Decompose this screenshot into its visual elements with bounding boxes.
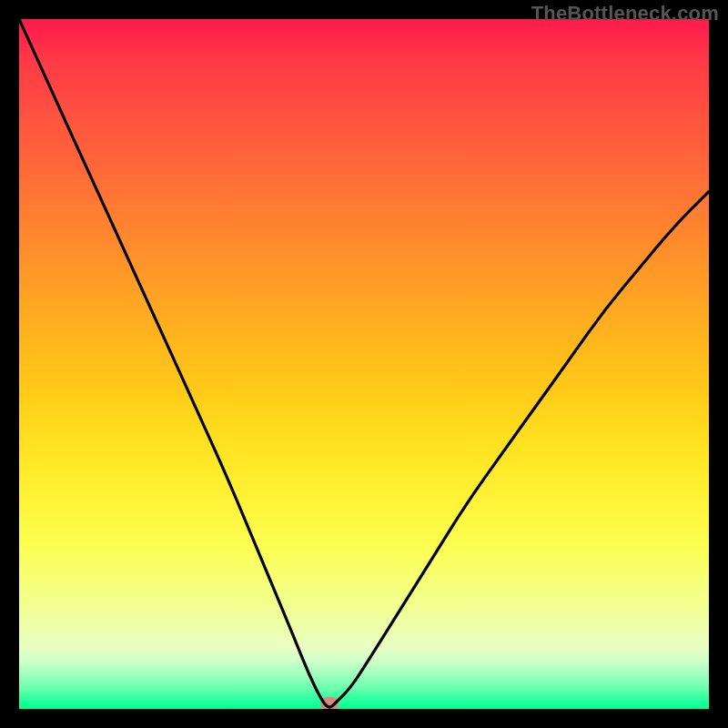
bottleneck-curve <box>19 19 709 709</box>
plot-area <box>19 19 709 709</box>
chart-frame: TheBottleneck.com <box>0 0 728 728</box>
watermark-text: TheBottleneck.com <box>531 2 719 25</box>
